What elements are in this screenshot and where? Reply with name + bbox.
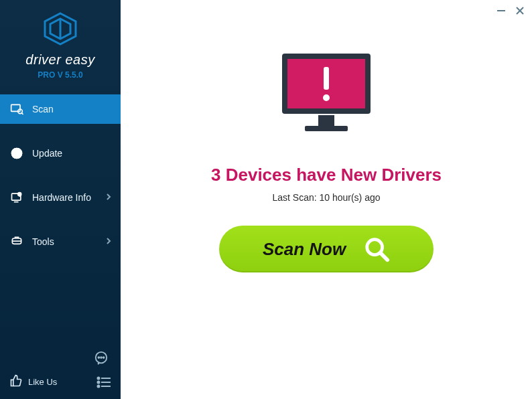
nav-scan[interactable]: Scan: [0, 94, 121, 124]
nav-tools[interactable]: Tools: [0, 227, 121, 256]
update-icon: [9, 146, 24, 161]
menu-icon[interactable]: [96, 375, 111, 390]
nav-label: Hardware Info: [32, 192, 106, 203]
like-us-button[interactable]: Like Us: [9, 374, 90, 390]
alert-monitor-icon: [273, 47, 380, 143]
main-content: 3 Devices have New Drivers Last Scan: 10…: [121, 0, 532, 399]
tools-icon: [9, 234, 24, 249]
svg-point-23: [98, 381, 100, 383]
sidebar: driver easy PRO V 5.5.0 Scan Up: [0, 0, 121, 399]
chevron-right-icon: [106, 193, 111, 202]
feedback-icon[interactable]: [94, 351, 109, 366]
hardware-info-icon: i: [9, 190, 24, 205]
search-icon: [363, 236, 390, 262]
nav-label: Scan: [32, 104, 111, 114]
svg-point-25: [98, 385, 100, 387]
scan-icon: [9, 102, 24, 116]
svg-line-34: [381, 253, 387, 260]
svg-point-32: [323, 94, 330, 101]
scan-now-label: Scan Now: [263, 239, 346, 260]
svg-rect-29: [318, 115, 334, 126]
close-button[interactable]: [515, 5, 525, 16]
version-label: PRO V 5.5.0: [38, 70, 82, 80]
svg-point-20: [103, 357, 105, 358]
minimize-button[interactable]: [496, 5, 507, 16]
brand-name: driver easy: [25, 52, 94, 68]
svg-rect-31: [324, 67, 329, 90]
svg-point-19: [101, 357, 102, 358]
svg-point-18: [98, 357, 99, 358]
nav: Scan Update i Hardware Inf: [0, 94, 121, 368]
nav-update[interactable]: Update: [0, 139, 121, 168]
nav-label: Update: [32, 148, 111, 159]
like-us-label: Like Us: [28, 377, 57, 387]
svg-line-8: [22, 113, 23, 114]
last-scan-label: Last Scan: 10 hour(s) ago: [272, 192, 380, 203]
nav-hardware[interactable]: i Hardware Info: [0, 183, 121, 212]
thumbs-up-icon: [9, 374, 23, 390]
bottom-bar: Like Us: [0, 368, 121, 399]
headline: 3 Devices have New Drivers: [211, 165, 442, 185]
nav-label: Tools: [32, 236, 106, 247]
svg-point-21: [98, 377, 100, 379]
svg-rect-30: [305, 126, 348, 131]
scan-now-button[interactable]: Scan Now: [219, 226, 434, 272]
logo-icon: [42, 12, 78, 48]
chevron-right-icon: [106, 237, 111, 246]
brand-block: driver easy PRO V 5.5.0: [0, 0, 121, 86]
